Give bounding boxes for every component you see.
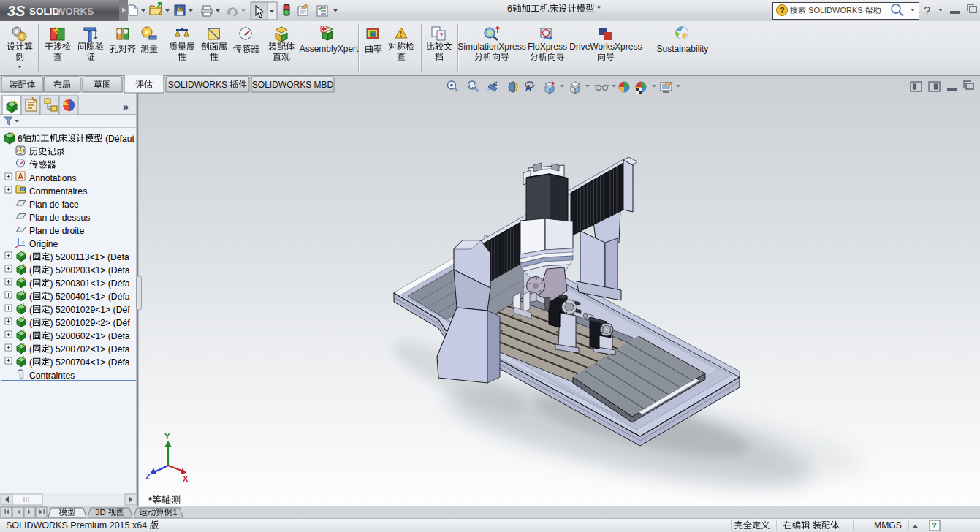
svg-text:AssemblyXpert: AssemblyXpert (300, 44, 359, 54)
svg-text:Contraintes: Contraintes (29, 370, 75, 381)
svg-text:6: 6 (507, 4, 512, 14)
svg-text:SOLIDWORKS MBD: SOLIDWORKS MBD (252, 80, 334, 90)
svg-text:SimulationXpress: SimulationXpress (457, 42, 525, 52)
svg-text:FloXpress: FloXpress (528, 42, 567, 52)
svg-text:Plan de dessus: Plan de dessus (29, 213, 90, 223)
svg-text:) 5200704<1> (Défa: ) 5200704<1> (Défa (50, 357, 130, 368)
svg-text:) 5200301<1> (Défa: ) 5200301<1> (Défa (50, 278, 130, 289)
svg-text:Plan de droite: Plan de droite (29, 226, 84, 236)
svg-text:6: 6 (18, 134, 23, 144)
svg-text:3S: 3S (7, 3, 26, 19)
svg-text:X: X (183, 474, 189, 483)
svg-text:(Défaut: (Défaut (103, 134, 135, 144)
svg-text:(: ( (29, 305, 32, 315)
svg-text:Y: Y (164, 432, 170, 441)
svg-text:SOLIDWORKS: SOLIDWORKS (806, 6, 865, 15)
svg-text:) 5200602<1> (Défa: ) 5200602<1> (Défa (50, 331, 130, 341)
svg-text:3D: 3D (95, 508, 108, 517)
svg-text:A: A (18, 172, 23, 180)
svg-text:?: ? (780, 6, 785, 15)
svg-text:Plan de face: Plan de face (29, 200, 79, 210)
svg-text:(: ( (29, 357, 32, 368)
svg-text:1: 1 (172, 508, 177, 517)
svg-text:SOLIDWORKS Premium 2015 x64: SOLIDWORKS Premium 2015 x64 (6, 520, 150, 531)
svg-text:Annotations: Annotations (29, 173, 76, 183)
svg-text:MMGS: MMGS (874, 520, 902, 531)
svg-text:(: ( (29, 265, 32, 276)
svg-text:DriveWorksXpress: DriveWorksXpress (569, 42, 642, 52)
svg-text:?: ? (439, 31, 444, 39)
svg-text:(: ( (29, 331, 32, 341)
svg-text:) 52001029<2> (Déf: ) 52001029<2> (Déf (50, 318, 131, 328)
svg-text:(: ( (29, 278, 32, 289)
svg-text:»: » (123, 101, 129, 113)
svg-text:Commentaires: Commentaires (29, 186, 87, 197)
svg-text:(: ( (29, 252, 32, 262)
svg-text:) 5200401<1> (Défa: ) 5200401<1> (Défa (50, 292, 130, 302)
svg-text:!: ! (179, 6, 181, 11)
svg-text:(: ( (29, 318, 32, 328)
svg-text:?: ? (932, 521, 937, 530)
svg-text:!: ! (400, 30, 402, 38)
svg-text:) 5200203<1> (Défa: ) 5200203<1> (Défa (50, 265, 130, 276)
svg-text:*: * (595, 4, 601, 14)
svg-text:WORKS: WORKS (56, 6, 94, 17)
svg-text:) 5200702<1> (Défa: ) 5200702<1> (Défa (50, 344, 130, 354)
svg-text:Sustainability: Sustainability (657, 44, 709, 54)
svg-text:(: ( (29, 344, 32, 354)
svg-text:Origine: Origine (29, 239, 58, 249)
svg-text:(: ( (29, 292, 32, 302)
svg-text:) 5200113<1> (Défa: ) 5200113<1> (Défa (50, 252, 129, 262)
svg-text:) 52001029<1> (Déf: ) 52001029<1> (Déf (50, 305, 131, 315)
svg-text:?: ? (924, 4, 930, 18)
svg-text:SOLIDWORKS: SOLIDWORKS (168, 80, 230, 90)
svg-text:SOLID: SOLID (29, 6, 60, 17)
svg-text:Z: Z (145, 472, 151, 481)
